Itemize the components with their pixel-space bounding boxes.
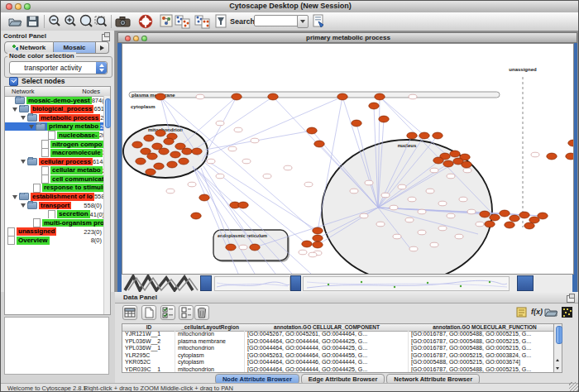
expand-arrow-icon[interactable]	[12, 106, 18, 112]
network-label[interactable]: mosaic-demo-yeast	[26, 97, 92, 105]
import-attributes-icon[interactable]	[544, 306, 557, 319]
node[interactable]	[314, 141, 324, 147]
select-nodes-checkbox[interactable]	[9, 77, 18, 86]
background-window-titlebar[interactable]	[200, 275, 212, 291]
table-cell[interactable]: [GO:0045267, GO:0045261, GO:0044464, G..…	[245, 331, 409, 338]
table-cell[interactable]: YKR052C	[122, 359, 175, 366]
table-cell[interactable]: YDR039C__1	[122, 366, 175, 373]
node[interactable]	[226, 244, 236, 251]
filter-icon[interactable]	[214, 14, 229, 29]
new-attribute-icon[interactable]	[141, 305, 156, 320]
search-input[interactable]	[254, 15, 299, 26]
node[interactable]	[538, 213, 548, 219]
node[interactable]	[170, 151, 180, 158]
node[interactable]	[433, 157, 443, 164]
network-canvas[interactable]: plasma membranecytoplasmmitochondrionnuc…	[122, 43, 574, 275]
tree-row[interactable]: establishment of lo558(0)	[5, 193, 104, 202]
background-window[interactable]	[303, 276, 510, 291]
tree-row[interactable]: macromolecule311(0)	[5, 149, 104, 158]
network-label[interactable]: metabolic process	[39, 114, 100, 122]
open-file-icon[interactable]	[7, 14, 22, 29]
table-cell[interactable]: mitochondrion	[175, 366, 245, 373]
node[interactable]	[192, 148, 202, 155]
table-cell[interactable]: [GO:0044464, GO:0044446, GO:0044444, G..…	[245, 359, 409, 366]
tree-row[interactable]: transport558(0)	[5, 201, 104, 210]
matrix-icon[interactable]	[561, 306, 574, 319]
node[interactable]	[191, 213, 201, 219]
attribute-table[interactable]: ID_cellularLayoutRegionannotation.GO CEL…	[122, 323, 562, 373]
birds-eye-view-panel[interactable]	[4, 317, 109, 375]
node[interactable]	[313, 235, 323, 241]
node[interactable]	[379, 116, 389, 122]
node[interactable]	[369, 103, 379, 109]
network-label[interactable]: unassigned	[17, 227, 56, 236]
table-cell[interactable]: [GO:0016787, GO:0005488, GO:0005215, G..…	[409, 345, 561, 352]
node[interactable]	[490, 214, 500, 221]
network-label[interactable]: nucleobase-	[57, 131, 99, 140]
network-view-window[interactable]: primary metabolic process plasma membran…	[117, 32, 577, 292]
delete-attribute-icon[interactable]	[194, 305, 209, 320]
tree-row[interactable]: metabolic process280(0)	[5, 113, 104, 122]
node[interactable]	[337, 93, 347, 100]
node[interactable]	[566, 153, 573, 160]
node[interactable]	[156, 130, 165, 136]
tree-row[interactable]: unassigned223(0)	[5, 227, 104, 237]
node-color-dropdown[interactable]: transporter activity	[9, 61, 108, 74]
table-cell[interactable]: [GO:0016787, GO:0005488, GO:0005215, G..…	[409, 331, 561, 338]
snapshot-camera-icon[interactable]	[115, 14, 130, 29]
node[interactable]	[302, 241, 312, 247]
node[interactable]	[179, 158, 189, 165]
network-label[interactable]: Overview	[17, 237, 50, 245]
zoom-fit-icon[interactable]	[79, 14, 93, 29]
network-label[interactable]: response to stimulu	[42, 184, 104, 192]
select-attributes-icon[interactable]	[160, 305, 175, 320]
node[interactable]	[433, 132, 443, 139]
network-label[interactable]: macromolecule	[50, 149, 103, 157]
network-label[interactable]: primary metabo	[47, 122, 100, 131]
table-cell[interactable]: [GO:0044464, GO:0044444, GO:0044425, G..…	[245, 338, 409, 346]
node[interactable]	[307, 127, 317, 134]
node[interactable]	[132, 141, 142, 148]
node[interactable]	[159, 148, 169, 155]
table-cell[interactable]: YPL036W__2	[122, 338, 175, 346]
tree-row[interactable]: primary metabo209(...	[5, 122, 104, 131]
node[interactable]	[313, 227, 323, 234]
tree-row[interactable]: nucleobase-209(0)	[5, 131, 104, 140]
node[interactable]	[519, 212, 529, 218]
node[interactable]	[443, 160, 453, 167]
table-cell[interactable]: [GO:0045263, GO:0044464, GO:0044455, G..…	[245, 352, 409, 360]
zoom-out-icon[interactable]	[47, 14, 62, 29]
node[interactable]	[182, 148, 192, 155]
node[interactable]	[144, 135, 154, 141]
tree-row[interactable]: biological_process651(0)	[5, 105, 104, 114]
tree-row[interactable]: secretion41(0)	[5, 210, 104, 219]
table-cell[interactable]: plasma membrane	[175, 338, 245, 346]
float-panel-icon[interactable]	[102, 34, 110, 41]
save-session-icon[interactable]	[26, 14, 41, 29]
search-dropdown-button[interactable]	[297, 15, 309, 28]
table-cell[interactable]: cytoplasm	[175, 352, 245, 360]
node[interactable]	[352, 120, 361, 127]
tree-scrollbar[interactable]	[103, 96, 110, 314]
node[interactable]	[238, 202, 248, 208]
table-cell[interactable]: YPL036W__1	[122, 345, 175, 352]
annotation-icon[interactable]	[515, 306, 529, 319]
tree-row[interactable]: cellular process614(0)	[5, 157, 104, 166]
apply-layout-icon[interactable]	[175, 14, 189, 29]
help-lifesaver-icon[interactable]	[138, 14, 153, 29]
node[interactable]	[156, 93, 165, 100]
network-label[interactable]: cellular metabo	[50, 166, 103, 174]
network-graph[interactable]: plasma membranecytoplasmmitochondrionnuc…	[122, 44, 573, 274]
node[interactable]	[547, 153, 557, 160]
node[interactable]	[268, 93, 278, 100]
node[interactable]	[146, 169, 156, 175]
tree-row[interactable]: response to stimulu264(0)	[5, 184, 104, 193]
network-label[interactable]: nitrogen compo	[50, 141, 103, 149]
network-label[interactable]: transport	[39, 202, 71, 210]
table-cell[interactable]: YLR295C	[122, 352, 175, 360]
node[interactable]	[375, 93, 385, 100]
expand-arrow-icon[interactable]	[12, 194, 18, 200]
table-scrollbar-thumb[interactable]	[556, 326, 562, 344]
network-label[interactable]: establishment of lo	[31, 193, 94, 201]
node[interactable]	[154, 163, 164, 170]
